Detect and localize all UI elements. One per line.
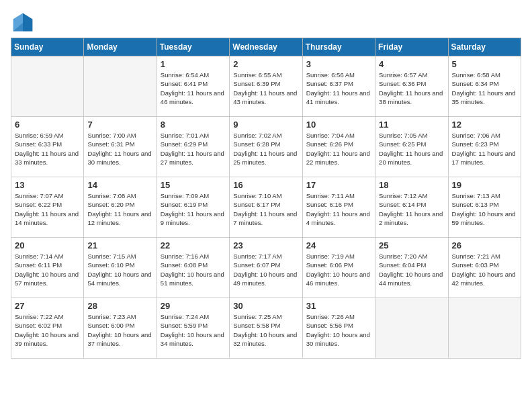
day-cell: 2Sunrise: 6:55 AM Sunset: 6:39 PM Daylig… [230,56,302,117]
day-number: 18 [379,180,444,190]
day-number: 6 [15,120,80,130]
day-number: 28 [87,301,152,311]
day-info: Sunrise: 7:14 AM Sunset: 6:11 PM Dayligh… [15,252,80,287]
day-cell: 20Sunrise: 7:14 AM Sunset: 6:11 PM Dayli… [11,238,84,298]
week-row-5: 27Sunrise: 7:22 AM Sunset: 6:02 PM Dayli… [11,298,521,359]
day-info: Sunrise: 7:06 AM Sunset: 6:23 PM Dayligh… [452,131,517,167]
week-row-1: 1Sunrise: 6:54 AM Sunset: 6:41 PM Daylig… [11,56,521,117]
day-number: 27 [15,301,80,311]
day-cell: 8Sunrise: 7:01 AM Sunset: 6:29 PM Daylig… [157,117,229,177]
day-info: Sunrise: 7:17 AM Sunset: 6:07 PM Dayligh… [233,252,298,287]
day-number: 1 [161,59,226,69]
day-header-wednesday: Wednesday [230,38,302,56]
day-number: 14 [87,180,152,190]
day-cell: 12Sunrise: 7:06 AM Sunset: 6:23 PM Dayli… [448,117,521,177]
day-number: 26 [452,240,517,250]
day-number: 23 [233,240,298,250]
day-number: 9 [233,120,298,130]
day-info: Sunrise: 6:54 AM Sunset: 6:41 PM Dayligh… [161,71,226,106]
day-cell: 1Sunrise: 6:54 AM Sunset: 6:41 PM Daylig… [157,56,229,117]
day-info: Sunrise: 6:57 AM Sunset: 6:36 PM Dayligh… [379,71,444,106]
calendar-table: SundayMondayTuesdayWednesdayThursdayFrid… [11,38,521,359]
day-info: Sunrise: 6:59 AM Sunset: 6:33 PM Dayligh… [15,131,80,167]
day-cell: 15Sunrise: 7:09 AM Sunset: 6:19 PM Dayli… [157,177,229,238]
week-row-4: 20Sunrise: 7:14 AM Sunset: 6:11 PM Dayli… [11,238,521,298]
day-number: 24 [306,240,371,250]
day-info: Sunrise: 7:07 AM Sunset: 6:22 PM Dayligh… [15,191,80,227]
page-header [11,11,521,35]
day-info: Sunrise: 7:12 AM Sunset: 6:14 PM Dayligh… [379,191,444,227]
day-info: Sunrise: 7:26 AM Sunset: 5:56 PM Dayligh… [306,312,371,348]
day-number: 19 [452,180,517,190]
day-cell: 28Sunrise: 7:23 AM Sunset: 6:00 PM Dayli… [84,298,157,359]
day-cell: 16Sunrise: 7:10 AM Sunset: 6:17 PM Dayli… [230,177,302,238]
day-cell [11,56,84,117]
day-cell: 22Sunrise: 7:16 AM Sunset: 6:08 PM Dayli… [157,238,229,298]
day-cell [375,298,448,359]
day-number: 5 [452,59,517,69]
day-number: 10 [306,120,371,130]
day-cell: 25Sunrise: 7:20 AM Sunset: 6:04 PM Dayli… [375,238,448,298]
day-number: 17 [306,180,371,190]
day-cell: 31Sunrise: 7:26 AM Sunset: 5:56 PM Dayli… [302,298,375,359]
header-row: SundayMondayTuesdayWednesdayThursdayFrid… [11,38,521,56]
day-number: 22 [161,240,226,250]
day-header-tuesday: Tuesday [157,38,229,56]
day-info: Sunrise: 7:15 AM Sunset: 6:10 PM Dayligh… [87,252,152,287]
day-cell: 6Sunrise: 6:59 AM Sunset: 6:33 PM Daylig… [11,117,84,177]
day-info: Sunrise: 7:21 AM Sunset: 6:03 PM Dayligh… [452,252,517,287]
day-number: 3 [306,59,371,69]
day-number: 29 [161,301,226,311]
day-number: 31 [306,301,371,311]
day-info: Sunrise: 7:04 AM Sunset: 6:26 PM Dayligh… [306,131,371,167]
day-number: 2 [233,59,298,69]
day-number: 21 [87,240,152,250]
day-cell: 5Sunrise: 6:58 AM Sunset: 6:34 PM Daylig… [448,56,521,117]
day-info: Sunrise: 7:09 AM Sunset: 6:19 PM Dayligh… [161,191,226,227]
day-info: Sunrise: 7:25 AM Sunset: 5:58 PM Dayligh… [233,312,298,348]
day-header-sunday: Sunday [11,38,84,56]
day-cell [448,298,521,359]
day-number: 4 [379,59,444,69]
day-number: 8 [161,120,226,130]
day-info: Sunrise: 7:11 AM Sunset: 6:16 PM Dayligh… [306,191,371,227]
day-info: Sunrise: 7:23 AM Sunset: 6:00 PM Dayligh… [87,312,152,348]
day-info: Sunrise: 7:10 AM Sunset: 6:17 PM Dayligh… [233,191,298,227]
day-cell: 19Sunrise: 7:13 AM Sunset: 6:13 PM Dayli… [448,177,521,238]
day-cell: 14Sunrise: 7:08 AM Sunset: 6:20 PM Dayli… [84,177,157,238]
day-number: 11 [379,120,444,130]
logo-icon [11,11,35,35]
logo [11,11,38,35]
day-cell: 23Sunrise: 7:17 AM Sunset: 6:07 PM Dayli… [230,238,302,298]
day-cell: 3Sunrise: 6:56 AM Sunset: 6:37 PM Daylig… [302,56,375,117]
day-info: Sunrise: 7:22 AM Sunset: 6:02 PM Dayligh… [15,312,80,348]
day-info: Sunrise: 7:13 AM Sunset: 6:13 PM Dayligh… [452,191,517,227]
day-number: 25 [379,240,444,250]
day-number: 15 [161,180,226,190]
day-number: 30 [233,301,298,311]
day-header-saturday: Saturday [448,38,521,56]
day-cell [84,56,157,117]
day-cell: 4Sunrise: 6:57 AM Sunset: 6:36 PM Daylig… [375,56,448,117]
day-header-monday: Monday [84,38,157,56]
day-info: Sunrise: 7:20 AM Sunset: 6:04 PM Dayligh… [379,252,444,287]
day-header-thursday: Thursday [302,38,375,56]
day-cell: 21Sunrise: 7:15 AM Sunset: 6:10 PM Dayli… [84,238,157,298]
day-info: Sunrise: 7:24 AM Sunset: 5:59 PM Dayligh… [161,312,226,348]
day-info: Sunrise: 6:56 AM Sunset: 6:37 PM Dayligh… [306,71,371,106]
day-cell: 27Sunrise: 7:22 AM Sunset: 6:02 PM Dayli… [11,298,84,359]
day-cell: 30Sunrise: 7:25 AM Sunset: 5:58 PM Dayli… [230,298,302,359]
day-info: Sunrise: 7:05 AM Sunset: 6:25 PM Dayligh… [379,131,444,167]
day-cell: 11Sunrise: 7:05 AM Sunset: 6:25 PM Dayli… [375,117,448,177]
day-info: Sunrise: 7:19 AM Sunset: 6:06 PM Dayligh… [306,252,371,287]
day-info: Sunrise: 7:02 AM Sunset: 6:28 PM Dayligh… [233,131,298,167]
day-cell: 9Sunrise: 7:02 AM Sunset: 6:28 PM Daylig… [230,117,302,177]
day-info: Sunrise: 6:55 AM Sunset: 6:39 PM Dayligh… [233,71,298,106]
day-number: 20 [15,240,80,250]
day-info: Sunrise: 7:08 AM Sunset: 6:20 PM Dayligh… [87,191,152,227]
day-info: Sunrise: 7:16 AM Sunset: 6:08 PM Dayligh… [161,252,226,287]
day-info: Sunrise: 7:00 AM Sunset: 6:31 PM Dayligh… [87,131,152,167]
day-number: 7 [87,120,152,130]
day-info: Sunrise: 6:58 AM Sunset: 6:34 PM Dayligh… [452,71,517,106]
day-cell: 7Sunrise: 7:00 AM Sunset: 6:31 PM Daylig… [84,117,157,177]
